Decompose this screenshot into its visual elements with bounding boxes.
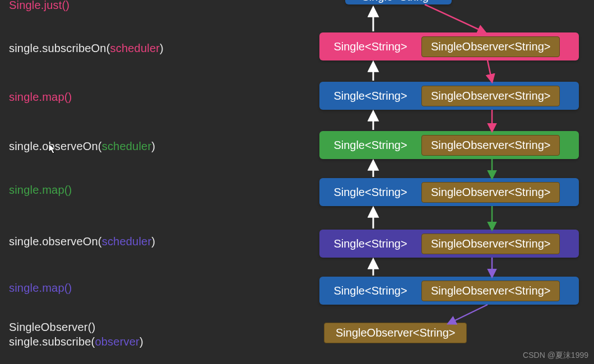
watermark: CSDN @夏沫1999 (523, 351, 588, 361)
observer-label: SingleObserver<String> (421, 135, 560, 156)
box-row-4: Single<String> SingleObserver<String> (319, 178, 579, 206)
paren: ) (160, 42, 164, 54)
op-map-2: single.map() (9, 184, 72, 197)
box-row-1: Single<String> SingleObserver<String> (319, 32, 579, 60)
svg-line-7 (488, 60, 492, 82)
text: single.observeOn( (9, 140, 102, 152)
box-row-6: Single<String> SingleObserver<String> (319, 277, 579, 305)
scheduler-arg: scheduler (102, 140, 152, 152)
box-row-2: Single<String> SingleObserver<String> (319, 82, 579, 110)
box-row-3: Single<String> SingleObserver<String> (319, 131, 579, 159)
text: single.observeOn( (9, 235, 102, 248)
svg-line-6 (425, 4, 485, 32)
op-subscribeon: single.subscribeOn(scheduler) (9, 42, 164, 55)
svg-line-12 (448, 305, 488, 324)
diagram-stage: Single.just() single.subscribeOn(schedul… (0, 0, 594, 364)
box-row-7: SingleObserver<String> (324, 323, 467, 343)
box-row-5: Single<String> SingleObserver<String> (319, 230, 579, 258)
single-label: Single<String> (328, 186, 412, 199)
single-label: Single<String> (328, 40, 412, 53)
observer-label: SingleObserver<String> (421, 86, 560, 106)
op-observeon-2: single.observeOn(scheduler) (9, 235, 155, 248)
op-subscribe: single.subscribe(observer) (9, 335, 143, 348)
op-observer-ctor: SingleObserver() (9, 321, 95, 334)
downstream-arrows-pink (425, 4, 492, 131)
text: single.subscribeOn( (9, 42, 110, 54)
op-map-3: single.map() (9, 282, 72, 295)
observer-label: SingleObserver<String> (421, 234, 560, 254)
paren: ) (151, 235, 155, 248)
scheduler-arg: scheduler (110, 42, 160, 54)
single-label: Single<String> (328, 139, 412, 152)
scheduler-arg: scheduler (102, 235, 152, 248)
observer-label: SingleObserver<String> (324, 323, 467, 343)
observer-label: SingleObserver<String> (421, 36, 560, 57)
paren: ) (140, 335, 143, 348)
op-map-1: single.map() (9, 91, 72, 104)
op-just: Single.just() (9, 0, 69, 12)
single-label: Single<String> (328, 237, 412, 250)
box-row-0: Single<String> (345, 0, 452, 4)
paren: ) (151, 140, 155, 152)
single-label: Single<String> (328, 284, 412, 297)
single-label: Single<String> (328, 90, 412, 102)
text: single.subscribe( (9, 335, 95, 348)
single-label: Single<String> (345, 0, 452, 3)
observer-label: SingleObserver<String> (421, 182, 560, 203)
observer-arg: observer (95, 335, 139, 348)
op-observeon-1: single.observeOn(scheduler) (9, 140, 155, 153)
observer-label: SingleObserver<String> (421, 281, 560, 301)
